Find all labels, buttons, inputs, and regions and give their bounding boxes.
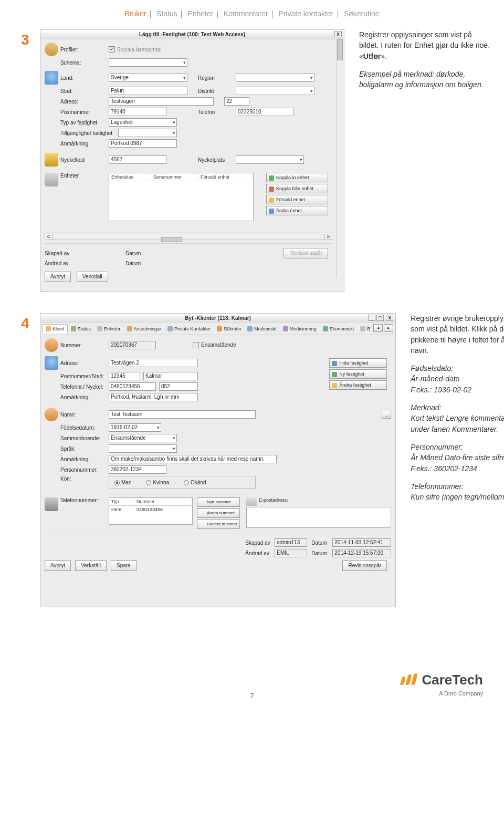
key-icon [45, 153, 58, 167]
land-select[interactable]: Sverige [109, 74, 187, 82]
koppla-fran-button[interactable]: Koppla från enhet [266, 184, 328, 193]
andra-fastighet-button[interactable]: Ändra fastighet [329, 380, 387, 390]
ny-fastighet-button[interactable]: Ny fastighet [329, 369, 387, 379]
label-land: Land: [60, 75, 109, 81]
label-fdat: Födelsedatum: [60, 425, 109, 431]
label-adress-4: Adress: [60, 360, 109, 366]
label-postnummer: Postnummer [60, 109, 109, 115]
profile-icon [45, 43, 58, 56]
avbryt-button[interactable]: Avbryt [45, 272, 71, 282]
step3-text: Registrer opplysninger som vist på bilde… [359, 29, 490, 61]
ensam-checkbox[interactable] [193, 342, 199, 348]
verkstall-button[interactable]: Verkställ [77, 272, 108, 282]
step3-text2: Eksempel på merknad: dørkode, boligalarm… [359, 69, 490, 90]
typ-select[interactable]: Lägenhet [109, 118, 177, 127]
tab-scroll-right[interactable]: ▸ [384, 324, 393, 332]
tab-klient[interactable]: Klient [43, 324, 68, 334]
nummer-input[interactable]: 200070367 [109, 341, 156, 349]
profiler-checkbox[interactable]: ✓ [109, 46, 115, 53]
label-anm2: Anmärkning: [60, 456, 109, 462]
pnr-input[interactable]: 360202-1234 [109, 465, 166, 474]
label-andrad-4: Ändrad av [245, 550, 275, 556]
label-skapad: Skapad av [45, 251, 78, 256]
step4-pn: Personnummer:År Måned Dato-fire siste si… [411, 442, 504, 474]
label-adress: Adress: [60, 99, 109, 105]
namn-input[interactable]: Test Testsson [109, 410, 256, 419]
radera-num-button[interactable]: Radera nummer [197, 520, 240, 529]
minimize-button[interactable]: _ [368, 315, 375, 321]
tab-ekonomiskt[interactable]: Ekonomiskt [320, 324, 358, 334]
tel-input-4[interactable]: 0480123456 [109, 382, 156, 391]
tab-medicinskt[interactable]: Medicinskt [244, 324, 280, 334]
postnr-input[interactable]: 79140 [109, 108, 166, 116]
samman-select[interactable]: Ensamstående [109, 434, 177, 442]
close-button[interactable]: x [334, 31, 342, 37]
tab-anteckningar[interactable]: Anteckningar [124, 324, 165, 334]
nyckel-input-4[interactable]: 052 [159, 382, 198, 391]
step4-p1: Registrer øvrige brukeropplysninger som … [411, 313, 504, 356]
avbryt-button-4[interactable]: Avbryt [45, 560, 71, 571]
revspar-button-4[interactable]: Revisionsspår [342, 560, 387, 571]
nav-private-kontakter: Private kontakter [278, 9, 333, 18]
nytt-num-button[interactable]: Nytt nummer [197, 497, 240, 507]
nav-tabs: Bruker| Status| Enheter| Kommentarer| Pr… [21, 9, 483, 18]
page-number: 7 [250, 692, 254, 700]
label-datum2: Datum [125, 261, 149, 266]
label-ensam: Ensamstående [201, 342, 236, 348]
radio-kvinna[interactable]: Kvinna [146, 480, 169, 485]
drive-icon [45, 173, 58, 186]
radio-man[interactable]: Man [114, 480, 131, 485]
radio-okand[interactable]: Okänd [184, 480, 206, 485]
distrikt-select[interactable] [236, 87, 314, 95]
epost-list[interactable] [246, 507, 391, 528]
kon-group: Man Kvinna Okänd [109, 476, 256, 489]
label-enheter: Enheter [60, 173, 109, 221]
tab-enheter[interactable]: Enheter [94, 324, 124, 334]
tab-scroll-left[interactable]: ◂ [373, 324, 383, 332]
title-bar-4: Byt -Klienter (113: Kalmar) _□ x [40, 314, 395, 323]
verkstall-button-4[interactable]: Verkställ [75, 560, 107, 571]
enheter-list[interactable]: Enhetskod Serienummer Förvald enhet [109, 173, 254, 221]
label-typ: Typ av fastighet [60, 120, 109, 126]
phone-list[interactable]: TypNummer Hem0480123456 [109, 497, 193, 525]
spara-button[interactable]: Spara [111, 560, 136, 571]
tab-status[interactable]: Status [68, 324, 94, 334]
fdat-input[interactable]: 1936-02-02 [109, 423, 161, 432]
nyckelplats-select[interactable] [236, 155, 304, 164]
tab-more[interactable]: B [357, 324, 373, 334]
adress-input[interactable]: Testvägen [109, 97, 214, 106]
label-region: Region [198, 75, 236, 81]
anm-input[interactable]: Portkod 0987 [109, 139, 177, 148]
tab-medicinering[interactable]: Medicinering [280, 324, 320, 334]
house-icon-4 [45, 356, 58, 370]
close-button-4[interactable]: x [386, 315, 393, 321]
tab-privata[interactable]: Privata Kontakter [164, 324, 214, 334]
nav-bruker: Bruker [124, 9, 146, 18]
telefon-input[interactable]: 02325010 [236, 108, 293, 116]
adress-input-4[interactable]: Testvägen 2 [109, 359, 198, 367]
forvald-button[interactable]: Förvald enhet [266, 195, 328, 204]
hitta-button[interactable]: Hitta fastighet [329, 358, 387, 368]
maximize-button[interactable]: □ [376, 315, 384, 321]
sprak-select[interactable] [109, 444, 177, 453]
horizontal-scrollbar[interactable]: <> [45, 233, 332, 240]
vertical-scrollbar[interactable] [336, 39, 343, 278]
label-samman: Sammanboende: [60, 435, 109, 441]
region-select[interactable] [236, 74, 314, 82]
profiler-value: Sociala larmsamtal [117, 47, 161, 53]
andra-enhet-button[interactable]: Ändra enhet [266, 206, 328, 215]
adress-no-input[interactable]: 22 [224, 97, 249, 106]
label-stad: Stad: [60, 88, 109, 94]
schema-select[interactable] [109, 58, 187, 67]
stad-input-4[interactable]: Kalmar [143, 372, 198, 380]
koppla-in-button[interactable]: Koppla in enhet [266, 173, 328, 182]
anm2-input[interactable]: Om make/maka/sambo finns skall det skriv… [109, 455, 277, 463]
tab-sokrutin[interactable]: Sökrutin [214, 324, 244, 334]
anm-input-4[interactable]: Portkod, Huslarm, Lgh nr mm [109, 393, 198, 401]
nyckelkod-input[interactable]: 4567 [109, 155, 166, 164]
postnr-input-4[interactable]: 12345 [109, 372, 140, 380]
stad-input[interactable]: Falun [109, 87, 187, 95]
andra-num-button[interactable]: Ändra nummer [197, 508, 240, 518]
namn-dots-button[interactable]: ... [382, 411, 391, 419]
tillg-select[interactable] [118, 129, 177, 137]
